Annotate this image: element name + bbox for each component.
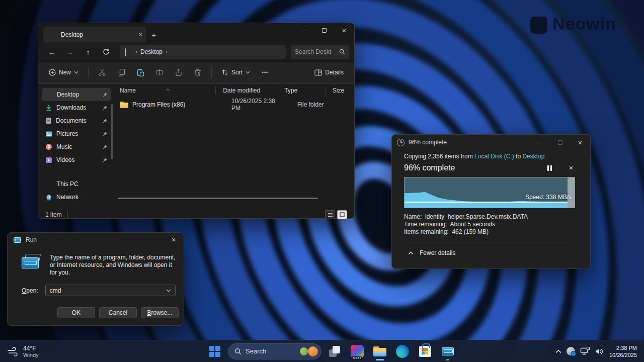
toolbar-divider [211, 67, 212, 78]
nav-forward-button[interactable]: → [61, 44, 78, 59]
clock-time: 2:38 PM [609, 344, 637, 351]
network-button[interactable] [580, 347, 590, 355]
tab-close-icon[interactable]: × [138, 31, 142, 38]
large-icons-view-button[interactable] [337, 210, 347, 219]
taskbar-search-input[interactable]: Search [228, 343, 321, 359]
tray-overflow-button[interactable] [555, 349, 561, 353]
file-explorer-window: Desktop × + – × ← → ↑ › Desktop › [38, 23, 355, 219]
clock-icon [397, 139, 405, 146]
copy-button[interactable] [113, 65, 130, 80]
volume-button[interactable] [595, 347, 604, 355]
run-window-icon [441, 346, 454, 356]
cut-button[interactable] [94, 65, 111, 80]
ok-button[interactable]: OK [57, 307, 95, 318]
new-button[interactable]: New [44, 66, 83, 79]
source-link[interactable]: Local Disk (C:) [474, 153, 514, 160]
nav-refresh-button[interactable] [98, 44, 115, 59]
file-row-program-files-x86[interactable]: Program Files (x86) 10/26/2025 2:38 PM F… [113, 97, 354, 112]
close-button[interactable]: × [334, 23, 354, 37]
microsoft-store-button[interactable] [416, 342, 435, 361]
explorer-search-input[interactable]: Search Deskt [291, 45, 349, 59]
sort-button[interactable]: Sort [217, 66, 255, 79]
maximize-button[interactable] [550, 136, 570, 149]
copy-item-name: Name: identity_helper.Sparse.Dev.msix.DA… [404, 213, 575, 221]
details-pane-icon [314, 69, 322, 76]
desktop-icon [45, 92, 53, 98]
maximize-button[interactable] [314, 23, 334, 37]
percent-complete-label: 96% complete [404, 163, 455, 172]
sidebar-item-desktop[interactable]: Desktop [42, 88, 111, 101]
pin-icon [102, 92, 108, 98]
speed-area-chart [405, 177, 568, 208]
destination-link[interactable]: Desktop [522, 153, 544, 160]
task-view-button[interactable] [325, 342, 344, 361]
rename-button[interactable] [151, 65, 168, 80]
sidebar-item-music[interactable]: Music [42, 140, 111, 153]
tab-title: Desktop [61, 31, 83, 38]
items-remaining: Items remaining: 462 (159 MB) [404, 228, 575, 236]
details-view-button[interactable] [325, 210, 335, 219]
cancel-copy-button[interactable]: × [567, 163, 575, 173]
new-tab-button[interactable]: + [146, 27, 162, 42]
explorer-tab-desktop[interactable]: Desktop × [43, 27, 146, 42]
paste-icon [136, 68, 144, 76]
speed-label: Speed: 338 MB/s [525, 194, 572, 201]
cancel-button[interactable]: Cancel [99, 307, 137, 318]
close-button[interactable]: × [570, 136, 590, 149]
share-button[interactable] [170, 65, 187, 80]
run-dialog-icon [22, 254, 42, 269]
sidebar-item-network[interactable]: Network [42, 191, 111, 204]
sidebar-item-label: Pictures [56, 130, 98, 137]
weather-widget[interactable]: 44°F Windy [0, 340, 46, 362]
copy-dialog-title: 96% complete [409, 139, 447, 146]
column-header-name[interactable]: Name [113, 84, 216, 97]
m365-copilot-button[interactable]: M365 [348, 342, 367, 361]
pause-button[interactable] [545, 163, 554, 173]
nav-back-button[interactable]: ← [43, 44, 60, 59]
graph-filled-region [405, 177, 568, 208]
close-button[interactable]: × [164, 234, 184, 246]
sidebar-item-this-pc[interactable]: This PC [42, 177, 111, 191]
address-bar[interactable]: › Desktop › [120, 45, 286, 59]
edge-button[interactable] [393, 342, 412, 361]
sidebar-item-downloads[interactable]: Downloads [42, 101, 111, 114]
run-taskbar-button[interactable] [438, 342, 457, 361]
taskbar-clock[interactable]: 2:38 PM 10/26/2025 [609, 344, 637, 358]
column-header-date-modified[interactable]: Date modified [216, 84, 277, 97]
minimize-button[interactable]: – [530, 136, 550, 149]
column-header-size[interactable]: Size [326, 84, 354, 97]
copy-dialog-titlebar: 96% complete – × [392, 135, 590, 150]
sidebar-item-videos[interactable]: Videos [42, 153, 111, 166]
windows-logo-icon [209, 346, 220, 357]
delete-button[interactable] [189, 65, 206, 80]
more-options-button[interactable]: ••• [257, 65, 274, 80]
column-headers: Name Date modified Type Size [113, 84, 354, 97]
horizontal-scrollbar[interactable] [118, 198, 318, 199]
paste-button[interactable] [132, 65, 149, 80]
run-dialog-title: Run [26, 236, 37, 243]
details-pane-button[interactable]: Details [310, 66, 348, 79]
explorer-status-bar: 1 item [38, 207, 354, 222]
details-view-icon [328, 213, 333, 217]
sidebar-item-pictures[interactable]: Pictures [42, 127, 111, 140]
weather-condition: Windy [23, 352, 39, 358]
sidebar-item-documents[interactable]: Documents [42, 114, 111, 127]
onedrive-status-button[interactable] [567, 347, 575, 355]
fewer-details-toggle[interactable]: Fewer details [392, 242, 590, 256]
column-header-type[interactable]: Type [277, 84, 326, 97]
start-button[interactable] [205, 342, 224, 361]
chevron-down-icon [166, 289, 171, 292]
run-dialog: Run × Type the name of a program, folder… [7, 232, 184, 326]
plus-circle-icon [49, 69, 56, 76]
minimize-button[interactable]: – [294, 23, 314, 37]
file-date-modified: 10/26/2025 2:38 PM [224, 98, 290, 112]
file-explorer-button[interactable] [370, 342, 389, 361]
weather-temp: 44°F [23, 345, 39, 352]
browse-button[interactable]: Browse... [141, 307, 179, 318]
nav-up-button[interactable]: ↑ [79, 44, 97, 59]
edge-icon [396, 345, 409, 358]
this-pc-breadcrumb-icon[interactable] [125, 49, 132, 55]
taskbar: 44°F Windy Search M365 [0, 340, 644, 362]
open-combobox[interactable]: cmd [45, 285, 176, 296]
breadcrumb-desktop[interactable]: Desktop [140, 48, 163, 55]
